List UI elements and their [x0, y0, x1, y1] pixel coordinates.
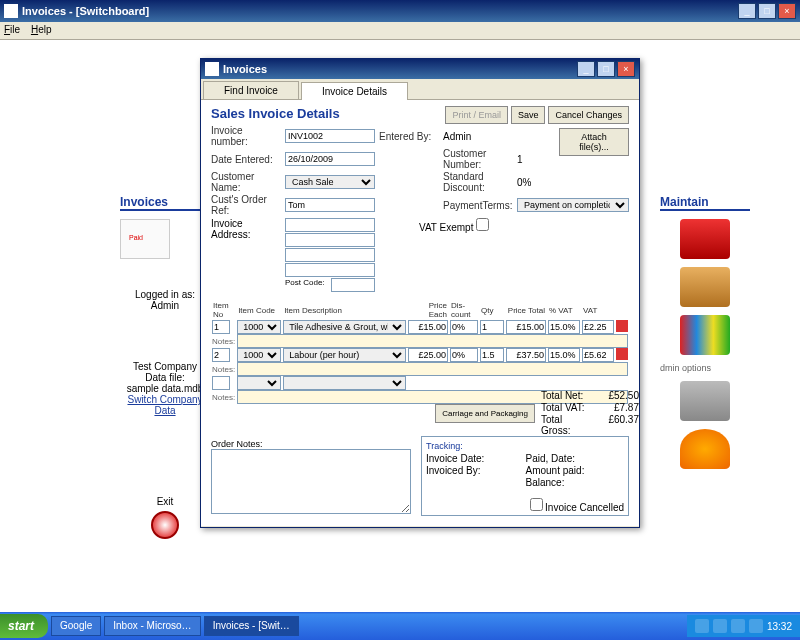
cust-name-select[interactable]: Cash Sale — [285, 175, 375, 189]
exit-section: Exit — [120, 496, 210, 539]
carriage-button[interactable]: Carriage and Packaging — [435, 404, 535, 423]
menubar: File Help — [0, 22, 800, 40]
admin-label: dmin options — [660, 363, 750, 373]
terms-label: PaymentTerms: — [443, 200, 513, 211]
tab-find-invoice[interactable]: Find Invoice — [203, 81, 299, 99]
addr-line2[interactable] — [285, 233, 375, 247]
dialog-titlebar[interactable]: Invoices _ □ × — [201, 59, 639, 79]
vat-exempt-checkbox[interactable] — [476, 218, 489, 231]
delete-row-icon[interactable] — [616, 320, 628, 332]
total-gross: £60.37 — [599, 414, 639, 436]
maintain-icon-2[interactable] — [680, 267, 730, 307]
total-vat: £7.87 — [599, 402, 639, 413]
dialog-tabs: Find Invoice Invoice Details — [201, 79, 639, 100]
item-qty[interactable] — [480, 320, 504, 334]
discount-value: 0% — [517, 177, 577, 188]
menu-file[interactable]: File — [4, 24, 20, 35]
cancel-changes-button[interactable]: Cancel Changes — [548, 106, 629, 124]
dialog-minimize-button[interactable]: _ — [577, 61, 595, 77]
vat-exempt-label: VAT Exempt — [419, 222, 473, 233]
dialog-body: Sales Invoice Details Print / Email Save… — [201, 100, 639, 526]
clock: 13:32 — [767, 621, 792, 632]
entered-by-value: Admin — [443, 131, 513, 142]
item-disc[interactable] — [450, 320, 478, 334]
company-info: Test Company Data file: sample data.mdb … — [120, 361, 210, 416]
sb-right-panel: Maintain dmin options — [660, 195, 750, 477]
tab-invoice-details[interactable]: Invoice Details — [301, 82, 408, 100]
logged-in: Logged in as: Admin — [120, 289, 210, 311]
attach-files-button[interactable]: Attach file(s)... — [559, 128, 629, 156]
order-notes-section: Order Notes: — [211, 438, 411, 516]
total-net: £52.50 — [599, 390, 639, 401]
tracking-panel: Tracking: Invoice Date: Paid, Date: Invo… — [421, 436, 629, 516]
addr-line3[interactable] — [285, 248, 375, 262]
item-row: 100002 Tile Adhesive & Grout, white — [211, 320, 629, 334]
item-row: 100003 Labour (per hour) — [211, 348, 629, 362]
switch-company-link[interactable]: Switch Company Data — [120, 394, 210, 416]
admin-tools-icon[interactable] — [680, 381, 730, 421]
task-item[interactable]: Google — [51, 616, 101, 636]
dialog-maximize-button[interactable]: □ — [597, 61, 615, 77]
item-price[interactable] — [408, 320, 448, 334]
maintain-icon-1[interactable] — [680, 219, 730, 259]
print-email-button[interactable]: Print / Email — [445, 106, 508, 124]
tray-icon[interactable] — [713, 619, 727, 633]
cust-name-label: Customer Name: — [211, 171, 281, 193]
date-label: Date Entered: — [211, 154, 281, 165]
item-notes[interactable] — [237, 362, 628, 376]
entered-by-label: Entered By: — [379, 131, 439, 142]
item-code[interactable]: 100002 — [237, 320, 281, 334]
admin-chair-icon[interactable] — [680, 429, 730, 469]
dialog-icon — [205, 62, 219, 76]
postcode-input[interactable] — [331, 278, 375, 292]
app-titlebar: Invoices - [Switchboard] _ □ × — [0, 0, 800, 22]
addr-line4[interactable] — [285, 263, 375, 277]
app-icon — [4, 4, 18, 18]
items-table: Item No Item Code Item Description Price… — [211, 300, 629, 404]
invoice-no-label: Invoice number: — [211, 125, 281, 147]
totals-section: Carriage and Packaging Total Net:£52.50 … — [435, 390, 639, 436]
system-tray: 13:32 — [687, 615, 800, 637]
close-button[interactable]: × — [778, 3, 796, 19]
cust-no-label: Customer Number: — [443, 148, 513, 170]
taskbar: start Google Inbox - Microso… Invoices -… — [0, 612, 800, 640]
delete-row-icon[interactable] — [616, 348, 628, 360]
maintain-heading: Maintain — [660, 195, 750, 211]
item-notes[interactable] — [237, 334, 628, 348]
invoice-thumb-icon — [120, 219, 170, 259]
item-no[interactable] — [212, 320, 230, 334]
tray-icon[interactable] — [731, 619, 745, 633]
app-title: Invoices - [Switchboard] — [22, 5, 738, 17]
order-ref-input[interactable] — [285, 198, 375, 212]
date-input[interactable] — [285, 152, 375, 166]
sb-left-panel: Invoices Logged in as: Admin Test Compan… — [120, 195, 210, 543]
discount-label: Standard Discount: — [443, 171, 513, 193]
task-item[interactable]: Inbox - Microso… — [104, 616, 200, 636]
item-vat — [582, 320, 614, 334]
order-ref-label: Cust's Order Ref: — [211, 194, 281, 216]
maximize-button[interactable]: □ — [758, 3, 776, 19]
watermark: Brothersoft — [660, 582, 788, 608]
dialog-title: Invoices — [223, 63, 577, 75]
dialog-close-button[interactable]: × — [617, 61, 635, 77]
order-notes-input[interactable] — [211, 449, 411, 514]
save-button[interactable]: Save — [511, 106, 546, 124]
invoice-no-input[interactable] — [285, 129, 375, 143]
maintain-icon-3[interactable] — [680, 315, 730, 355]
addr-line1[interactable] — [285, 218, 375, 232]
tray-icon[interactable] — [749, 619, 763, 633]
exit-button[interactable] — [151, 511, 179, 539]
addr-label: Invoice Address: — [211, 218, 281, 240]
item-vatp — [548, 320, 580, 334]
terms-select[interactable]: Payment on completion — [517, 198, 629, 212]
minimize-button[interactable]: _ — [738, 3, 756, 19]
item-row-empty — [211, 376, 629, 390]
invoice-cancelled-checkbox[interactable] — [530, 498, 543, 511]
menu-help[interactable]: Help — [31, 24, 52, 35]
item-total — [506, 320, 546, 334]
tray-icon[interactable] — [695, 619, 709, 633]
item-desc[interactable]: Tile Adhesive & Grout, white — [283, 320, 406, 334]
task-item[interactable]: Invoices - [Swit… — [204, 616, 299, 636]
invoices-heading: Invoices — [120, 195, 210, 211]
start-button[interactable]: start — [0, 614, 48, 638]
